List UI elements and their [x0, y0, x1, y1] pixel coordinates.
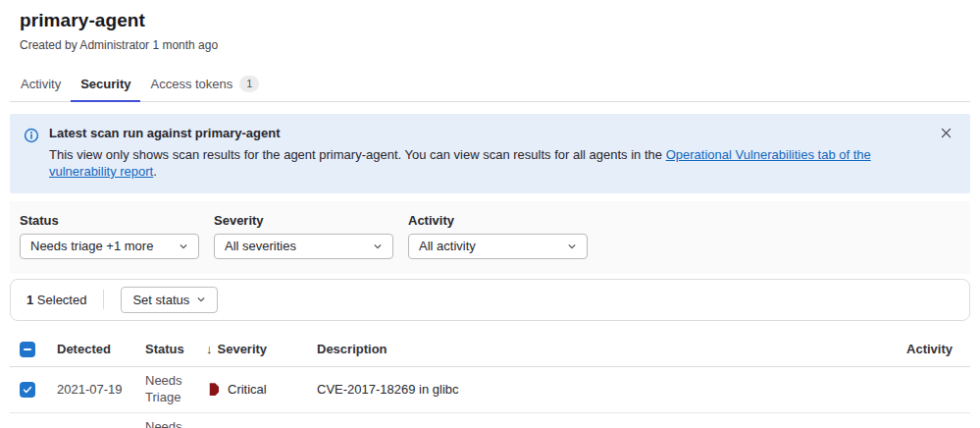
access-tokens-count-badge: 1: [239, 76, 259, 92]
header-detected: Detected: [57, 342, 145, 356]
tab-activity-label: Activity: [21, 77, 61, 91]
status-filter-dropdown[interactable]: Needs triage +1 more: [20, 234, 199, 259]
header-severity-label: Severity: [218, 342, 268, 356]
page-title: primary-agent: [20, 10, 960, 31]
page-subtitle: Created by Administrator 1 month ago: [20, 38, 960, 52]
cell-description[interactable]: CVE-2017-18269 in glibc: [317, 382, 892, 397]
set-status-label: Set status: [132, 293, 189, 307]
activity-filter-dropdown[interactable]: All activity: [408, 234, 588, 259]
vulnerabilities-table: Detected Status ↓ Severity Description A…: [10, 333, 970, 428]
header-description: Description: [317, 342, 892, 356]
selection-count: 1 Selected: [26, 293, 86, 307]
table-row: 2021-07-19 Needs Triage Critical CVE-201…: [10, 367, 970, 413]
filter-bar: Status Needs triage +1 more Severity All…: [10, 201, 970, 274]
page-header: primary-agent Created by Administrator 1…: [10, 10, 970, 52]
cell-status: Needs Triage: [145, 419, 206, 428]
header-activity: Activity: [892, 342, 970, 356]
divider: [103, 290, 104, 309]
header-severity-sort[interactable]: ↓ Severity: [206, 342, 317, 356]
tab-access-tokens-label: Access tokens: [150, 77, 232, 91]
chevron-down-icon: [373, 241, 383, 251]
banner-body-text: This view only shows scan results for th…: [49, 147, 666, 162]
banner-close-button[interactable]: [938, 127, 954, 141]
filter-activity-label: Activity: [408, 213, 588, 228]
chevron-down-icon: [567, 241, 577, 251]
select-all-checkbox[interactable]: [20, 342, 35, 357]
chevron-down-icon: [196, 294, 206, 304]
tab-security-label: Security: [80, 77, 130, 91]
info-icon: [24, 128, 39, 143]
severity-critical-icon: [206, 383, 219, 396]
agent-security-page: primary-agent Created by Administrator 1…: [0, 0, 980, 428]
banner-content: Latest scan run against primary-agent Th…: [49, 126, 926, 181]
selection-count-label: Selected: [33, 293, 86, 307]
severity-label: Critical: [228, 382, 267, 397]
banner-body: This view only shows scan results for th…: [49, 147, 926, 181]
filter-severity-label: Severity: [214, 213, 393, 228]
filter-severity: Severity All severities: [214, 213, 393, 259]
table-row: 2021-07-19 Needs Triage Critical CVE-201…: [10, 413, 970, 428]
row-checkbox[interactable]: [20, 382, 35, 398]
indeterminate-dash-icon: [24, 348, 31, 350]
cell-status: Needs Triage: [145, 373, 206, 406]
close-icon: [940, 127, 953, 139]
chevron-down-icon: [179, 241, 188, 251]
tab-bar: Activity Security Access tokens 1: [10, 67, 970, 102]
selection-bar: 1 Selected Set status: [10, 279, 970, 321]
filter-status: Status Needs triage +1 more: [20, 213, 199, 259]
check-icon: [23, 385, 32, 395]
cell-detected: 2021-07-19: [57, 382, 145, 397]
banner-title: Latest scan run against primary-agent: [49, 126, 926, 140]
cell-severity: Critical: [206, 382, 317, 397]
scan-info-banner: Latest scan run against primary-agent Th…: [10, 114, 970, 193]
filter-activity: Activity All activity: [408, 213, 588, 259]
severity-filter-value: All severities: [225, 239, 296, 253]
tab-access-tokens[interactable]: Access tokens 1: [140, 67, 269, 102]
header-status: Status: [145, 342, 206, 356]
filter-status-label: Status: [20, 213, 199, 228]
tab-security[interactable]: Security: [71, 67, 140, 102]
status-filter-value: Needs triage +1 more: [30, 239, 153, 253]
severity-filter-dropdown[interactable]: All severities: [214, 234, 393, 259]
banner-body-period: .: [153, 164, 157, 179]
tab-activity[interactable]: Activity: [11, 67, 71, 102]
set-status-button[interactable]: Set status: [121, 287, 218, 313]
table-header-row: Detected Status ↓ Severity Description A…: [10, 333, 970, 367]
sort-descending-icon: ↓: [206, 342, 213, 356]
activity-filter-value: All activity: [419, 239, 476, 253]
